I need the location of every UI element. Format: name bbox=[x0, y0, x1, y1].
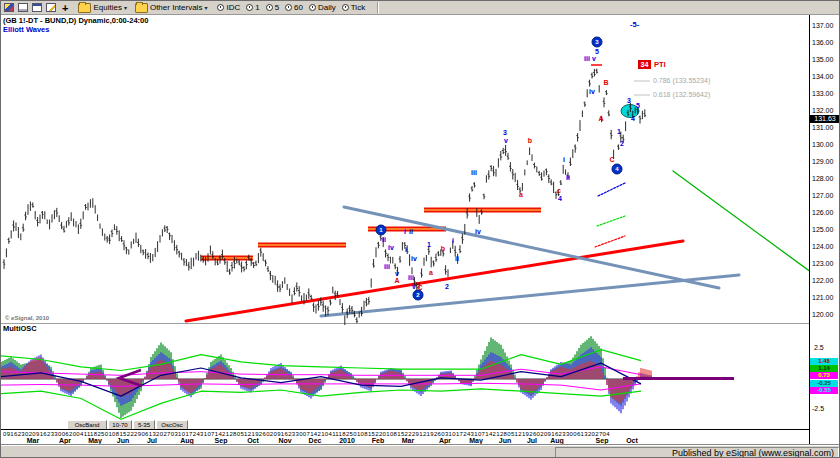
wave-label: 5 bbox=[636, 102, 640, 109]
price-axis-label: 131.00 bbox=[812, 124, 833, 131]
chevron-down-icon: ▾ bbox=[124, 4, 127, 11]
clock-icon bbox=[342, 4, 349, 11]
interval-button-1[interactable]: 1 bbox=[240, 3, 259, 12]
time-axis[interactable]: 0916230209162330062004111825010815222906… bbox=[1, 429, 809, 445]
wave-label: v bbox=[412, 283, 416, 290]
wave-label: 2 bbox=[620, 140, 624, 147]
toolbar: + Equities ▾ Other Intervals ▾ IDC1560Da… bbox=[1, 1, 840, 15]
price-axis-label: 135.00 bbox=[812, 56, 833, 63]
interval-button-tick[interactable]: Tick bbox=[336, 3, 365, 12]
x-axis-month-label: Apr bbox=[59, 437, 71, 444]
x-axis-month-label: Mar bbox=[402, 437, 414, 444]
x-axis-month-label: Nov bbox=[278, 437, 291, 444]
folder-icon bbox=[78, 3, 91, 13]
wave-label: iv bbox=[388, 244, 394, 251]
wave-label: iii bbox=[584, 55, 590, 62]
equities-folder-label: Equities bbox=[93, 3, 121, 12]
x-axis-month-label: Apr bbox=[439, 437, 451, 444]
x-axis-month-label: Aug bbox=[180, 437, 194, 444]
price-axis-label: 126.00 bbox=[812, 209, 833, 216]
last-price-marker: 131.63 bbox=[810, 115, 840, 123]
wave-label: 4 bbox=[558, 195, 562, 202]
price-axis-label: 128.00 bbox=[812, 175, 833, 182]
wave-label: iv bbox=[475, 228, 481, 235]
other-intervals-folder-dropdown[interactable]: Other Intervals ▾ bbox=[131, 3, 207, 13]
wave-label: 3 bbox=[627, 97, 631, 104]
interval-button-60[interactable]: 60 bbox=[279, 3, 303, 12]
osc-value-badge: 1.14 bbox=[810, 365, 838, 372]
x-axis-month-label: Jun bbox=[117, 437, 129, 444]
symbol-title: (GB 1!-DT - BUND,D) Dynamic,0:00-24:00 bbox=[3, 17, 148, 25]
price-axis-label: 133.00 bbox=[812, 90, 833, 97]
x-axis-month-label: May bbox=[469, 437, 483, 444]
edit-page-icon[interactable] bbox=[46, 3, 56, 12]
osc-value-badge: -0.55 bbox=[810, 387, 838, 394]
wave-label: A bbox=[394, 277, 399, 284]
toolbar-separator bbox=[377, 2, 379, 13]
study-title[interactable]: Elliott Waves bbox=[3, 26, 49, 34]
x-axis-month-label: Dec bbox=[309, 437, 322, 444]
wave-label: v bbox=[592, 55, 596, 62]
wave-label: iv bbox=[411, 255, 417, 262]
x-axis-month-label: Jul bbox=[147, 437, 157, 444]
x-axis-month-label: May bbox=[88, 437, 102, 444]
wave-label: ii bbox=[455, 255, 459, 262]
interval-label: IDC bbox=[226, 3, 240, 12]
wave-label: v bbox=[395, 270, 399, 277]
fib-level-0786: 0.786 (133.55234) bbox=[653, 77, 710, 84]
equities-folder-dropdown[interactable]: Equities ▾ bbox=[74, 3, 126, 13]
price-axis-label: 125.00 bbox=[812, 226, 833, 233]
wave-label: c bbox=[557, 187, 561, 194]
price-axis-label: 121.00 bbox=[812, 294, 833, 301]
interval-button-5[interactable]: 5 bbox=[260, 3, 279, 12]
x-axis-month-label: Sep bbox=[215, 437, 228, 444]
osc-value-badge: 0.73 bbox=[810, 372, 838, 379]
wave-label: a bbox=[519, 191, 523, 198]
esignal-window: + Equities ▾ Other Intervals ▾ IDC1560Da… bbox=[0, 0, 840, 458]
oscillator-pane-title: MultiOSC bbox=[3, 325, 37, 333]
price-axis[interactable]: 137.00136.00135.00134.00133.00132.00131.… bbox=[809, 15, 840, 444]
save-page-icon[interactable] bbox=[18, 3, 28, 12]
wave-label: ii bbox=[566, 174, 570, 181]
wave-label: ii bbox=[382, 236, 386, 243]
app-page-icon[interactable] bbox=[4, 3, 14, 12]
wave-label: 2 bbox=[445, 283, 449, 290]
wave-label: iii bbox=[471, 169, 477, 176]
chevron-down-icon: ▾ bbox=[204, 4, 207, 11]
x-axis-month-label: Mar bbox=[27, 437, 39, 444]
interval-label: 60 bbox=[294, 3, 303, 12]
clock-icon bbox=[285, 4, 292, 11]
wave-label: i bbox=[405, 246, 407, 253]
wave-label: i bbox=[452, 237, 454, 244]
wave-label-circled: 3 bbox=[592, 37, 603, 48]
wave-label-circled: 4 bbox=[612, 164, 623, 175]
add-button[interactable]: + bbox=[62, 3, 68, 13]
x-axis-month-label: Oct bbox=[626, 437, 638, 444]
price-axis-label: 120.00 bbox=[812, 311, 833, 318]
clock-icon bbox=[266, 4, 273, 11]
osc-axis-top-label: 2.5 bbox=[814, 344, 824, 351]
price-axis-label: 122.00 bbox=[812, 277, 833, 284]
wave-label: 1 bbox=[427, 241, 431, 248]
price-axis-label: 123.00 bbox=[812, 260, 833, 267]
wave-label: A bbox=[598, 115, 603, 122]
price-axis-label: 129.00 bbox=[812, 158, 833, 165]
wave-label: 3 bbox=[503, 129, 507, 136]
wave-label: a bbox=[429, 269, 433, 276]
price-axis-label: 134.00 bbox=[812, 73, 833, 80]
x-axis-month-label: 2010 bbox=[339, 437, 355, 444]
fib-level-0618: 0.618 (132.59642) bbox=[653, 91, 710, 98]
interval-button-idc[interactable]: IDC bbox=[211, 3, 240, 12]
x-axis-month-label: Feb bbox=[372, 437, 384, 444]
x-axis-month-label: Jul bbox=[527, 437, 537, 444]
wave-label: b bbox=[441, 245, 445, 252]
wave-label: b bbox=[528, 137, 532, 144]
interval-button-daily[interactable]: Daily bbox=[303, 3, 336, 12]
x-axis-month-label: Sep bbox=[596, 437, 609, 444]
interval-label: Daily bbox=[318, 3, 336, 12]
chart-window-icon[interactable] bbox=[32, 3, 42, 12]
pti-value-badge: 34 bbox=[638, 60, 651, 69]
wave-label: 5 bbox=[595, 48, 599, 55]
wave-label: iv bbox=[589, 88, 595, 95]
wave-label: iii bbox=[408, 274, 414, 281]
